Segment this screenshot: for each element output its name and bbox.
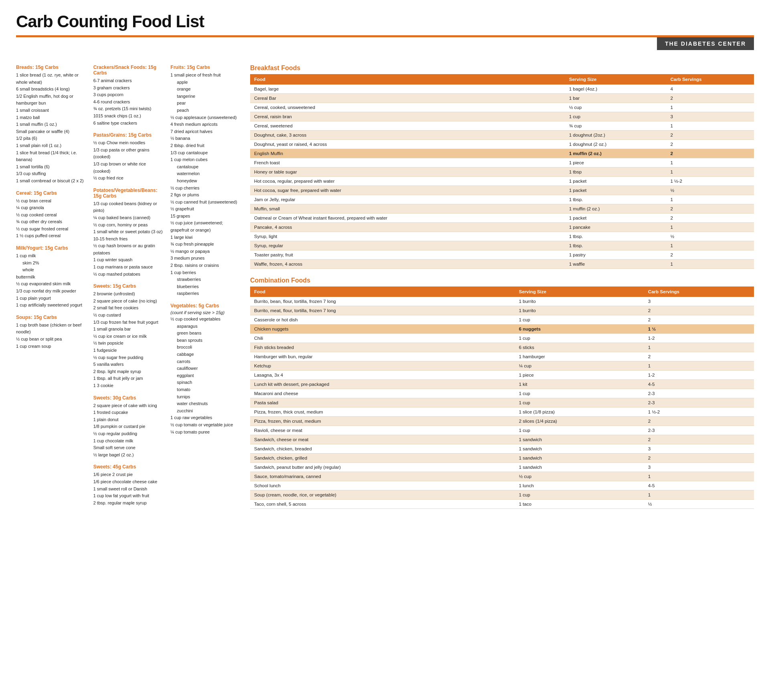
table-cell: 1 waffle bbox=[565, 260, 667, 269]
list-item: 2 small fat free cookies bbox=[93, 305, 164, 312]
section-list: 1 small piece of fresh fruitappleoranget… bbox=[170, 72, 240, 297]
table-cell: 1 ½-2 bbox=[644, 407, 754, 417]
list-item: 2 tbsp. light maple syrup bbox=[93, 368, 164, 375]
table-cell: 2-3 bbox=[644, 398, 754, 407]
list-item: 1 small muffin (1 oz.) bbox=[16, 121, 86, 128]
table-cell: 1 packet bbox=[565, 177, 667, 186]
list-item: ½ cup bean or split pea bbox=[16, 336, 86, 343]
table-cell: 1 sandwich bbox=[515, 463, 644, 472]
table-cell: Honey or table sugar bbox=[250, 167, 565, 177]
section-list: 1/3 cup cooked beans (kidney or pinto)¼ … bbox=[93, 200, 164, 278]
list-item: ½ cup custard bbox=[93, 312, 164, 319]
table-cell: Taco, corn shell, 5 across bbox=[250, 500, 515, 509]
list-item: tangerine bbox=[170, 93, 240, 100]
table-row: Burrito, meat, flour, tortilla, frozen 7… bbox=[250, 306, 754, 315]
table-cell: 1 burrito bbox=[515, 297, 644, 306]
table-cell: Pancake, 4 across bbox=[250, 223, 565, 232]
table-cell: Oatmeal or Cream of Wheat instant flavor… bbox=[250, 214, 565, 223]
list-item: asparagus bbox=[170, 323, 240, 330]
table-cell: 2 bbox=[644, 315, 754, 325]
list-item: 1 plain donut bbox=[93, 416, 164, 424]
combination-title: Combination Foods bbox=[250, 277, 754, 284]
page-title: Carb Counting Food List bbox=[16, 12, 754, 31]
table-cell: Pasta salad bbox=[250, 398, 515, 407]
list-item: ½ cup sugar free pudding bbox=[93, 354, 164, 361]
list-item: whole bbox=[16, 266, 86, 274]
table-row: Ravioli, cheese or meat1 cup2-3 bbox=[250, 426, 754, 435]
list-item: raspberries bbox=[170, 290, 240, 297]
table-row: Hot cocoa, sugar free, prepared with wat… bbox=[250, 186, 754, 195]
list-item: 2 tbsp. regular maple syrup bbox=[93, 500, 164, 507]
list-item: buttermilk bbox=[16, 274, 86, 281]
table-cell: 1 bbox=[666, 158, 754, 167]
table-cell: 4-5 bbox=[644, 481, 754, 490]
table-cell: 1 muffin (2 oz.) bbox=[565, 149, 667, 158]
main-layout: Breads: 15g Carbs1 slice bread (1 oz. ry… bbox=[16, 65, 754, 517]
section-list: 1 cup broth base (chicken or beef noodle… bbox=[16, 322, 86, 350]
list-item: 1 3 cookie bbox=[93, 382, 164, 389]
table-row: Fish sticks breaded6 sticks1 bbox=[250, 343, 754, 352]
list-item: water chestnuts bbox=[170, 400, 240, 407]
table-cell: Burrito, bean, flour, tortilla, frozen 7… bbox=[250, 297, 515, 306]
list-item: 1 small plain roll (1 oz.) bbox=[16, 142, 86, 149]
table-cell: 2 bbox=[666, 131, 754, 140]
list-item: ½ cup canned fruit (unsweetened) bbox=[170, 199, 240, 206]
list-item: 1 cup low fat yogurt with fruit bbox=[93, 492, 164, 500]
table-row: Cereal, raisin bran1 cup3 bbox=[250, 112, 754, 121]
table-row: Pizza, frozen, thick crust, medium1 slic… bbox=[250, 407, 754, 417]
list-item: 10-15 french fries bbox=[93, 236, 164, 243]
list-item: skim 2% bbox=[16, 260, 86, 267]
table-cell: 1 bbox=[644, 490, 754, 500]
table-cell: 1 tbsp. bbox=[565, 195, 667, 204]
list-item: ½ cup ice cream or ice milk bbox=[93, 333, 164, 340]
table-row: Pasta salad1 cup2-3 bbox=[250, 398, 754, 407]
table-cell: ¾ cup bbox=[565, 121, 667, 131]
table-cell: 2 bbox=[666, 250, 754, 260]
combination-header-row: Food Serving Size Carb Servings bbox=[250, 286, 754, 297]
list-item: broccoli bbox=[170, 344, 240, 351]
list-item: ½ cup cooked cereal bbox=[16, 212, 86, 219]
table-cell: 1 sandwich bbox=[515, 435, 644, 444]
section-subtitle: (count if serving size > 15g) bbox=[170, 310, 240, 315]
list-item: ½ cup evaporated skim milk bbox=[16, 280, 86, 288]
list-item: 1 tbsp. all fruit jelly or jam bbox=[93, 375, 164, 382]
table-cell: 2 bbox=[666, 214, 754, 223]
section-title: Milk/Yogurt: 15g Carbs bbox=[16, 245, 86, 251]
table-cell: 2 bbox=[644, 306, 754, 315]
list-item: 1015 snack chips (1 oz.) bbox=[93, 113, 164, 120]
table-cell: 6 sticks bbox=[515, 343, 644, 352]
col2: Crackers/Snack Foods: 15g Carbs6-7 anima… bbox=[93, 65, 164, 506]
table-cell: 2 bbox=[666, 140, 754, 149]
section-list: ½ cup Chow mein noodles1/3 cup pasta or … bbox=[93, 139, 164, 182]
table-cell: 1 bbox=[666, 195, 754, 204]
table-cell: 1 pastry bbox=[565, 250, 667, 260]
list-item: Small soft serve cone bbox=[93, 444, 164, 452]
list-item: ½ large bagel (2 oz.) bbox=[93, 452, 164, 459]
list-item: honeydew bbox=[170, 178, 240, 185]
table-cell: 2-3 bbox=[644, 389, 754, 398]
table-cell: 1 cup bbox=[515, 389, 644, 398]
table-row: Hot cocoa, regular, prepared with water1… bbox=[250, 177, 754, 186]
col-serving: Serving Size bbox=[515, 286, 644, 297]
table-cell: 3 bbox=[644, 297, 754, 306]
table-row: School lunch1 lunch4-5 bbox=[250, 481, 754, 490]
table-cell: 1 taco bbox=[515, 500, 644, 509]
table-cell: 1 doughnut (2 oz.) bbox=[565, 140, 667, 149]
table-cell: ½ cup bbox=[565, 103, 667, 112]
table-cell: Pizza, frozen, thin crust, medium bbox=[250, 417, 515, 426]
list-item: ½ cup fried rice bbox=[93, 175, 164, 182]
list-item: 4 fresh medium apricots bbox=[170, 121, 240, 128]
table-row: Sandwich, chicken, grilled1 sandwich2 bbox=[250, 454, 754, 463]
list-item: 6 saltine type crackers bbox=[93, 120, 164, 127]
list-item: 1 small granola bar bbox=[93, 326, 164, 333]
breakfast-header-row: Food Serving Size Carb Servings bbox=[250, 74, 754, 85]
list-item: 1 small sweet roll or Danish bbox=[93, 486, 164, 493]
table-cell: Ketchup bbox=[250, 361, 515, 371]
list-item: 2 square piece of cake with icing bbox=[93, 402, 164, 410]
table-cell: 1-2 bbox=[644, 334, 754, 343]
table-cell: 1 cup bbox=[515, 334, 644, 343]
table-cell: 1 tbsp bbox=[565, 167, 667, 177]
list-item: 1/8 pumpkin or custard pie bbox=[93, 423, 164, 430]
table-cell: 1 bbox=[666, 103, 754, 112]
table-row: Hamburger with bun, regular1 hamburger2 bbox=[250, 352, 754, 361]
